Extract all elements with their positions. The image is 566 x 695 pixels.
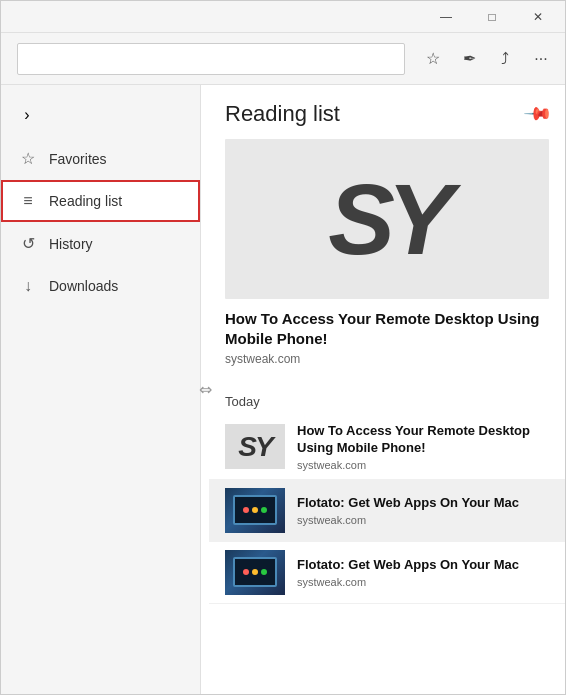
sidebar-item-reading-list[interactable]: ≡ Reading list xyxy=(1,180,200,222)
sidebar-item-label-downloads: Downloads xyxy=(49,278,118,294)
hero-image: SY xyxy=(225,139,549,299)
pin-icon[interactable]: 📌 xyxy=(522,98,553,129)
title-bar: — □ ✕ xyxy=(1,1,565,33)
section-label-today: Today xyxy=(209,386,565,415)
flotato-thumb-3 xyxy=(225,550,285,595)
download-icon: ↓ xyxy=(19,277,37,295)
history-icon: ↺ xyxy=(19,234,37,253)
dot-green xyxy=(261,507,267,513)
sidebar: › ☆ Favorites ≡ Reading list ↺ History ↓… xyxy=(1,85,201,694)
resize-icon: ⇔ xyxy=(199,380,212,399)
reading-list-title: Reading list xyxy=(225,101,340,127)
chevron-right-icon: › xyxy=(24,106,29,124)
hero-content: How To Access Your Remote Desktop Using … xyxy=(225,299,549,370)
dot-red xyxy=(243,507,249,513)
article-domain-1: systweak.com xyxy=(297,459,549,471)
article-item-2[interactable]: Flotato: Get Web Apps On Your Mac systwe… xyxy=(209,480,565,542)
article-thumb-1: SY xyxy=(225,424,285,469)
address-bar[interactable] xyxy=(17,43,405,75)
favorites-toolbar-icon[interactable]: ☆ xyxy=(417,43,449,75)
sidebar-item-history[interactable]: ↺ History xyxy=(1,222,200,265)
reading-list-icon: ≡ xyxy=(19,192,37,210)
hero-domain: systweak.com xyxy=(225,352,549,366)
resize-handle[interactable]: ⇔ xyxy=(201,85,209,694)
reading-list-panel: Reading list 📌 SY How To Access Your Rem… xyxy=(209,85,565,694)
sidebar-toggle[interactable]: › xyxy=(9,97,45,133)
article-item-1[interactable]: SY How To Access Your Remote Desktop Usi… xyxy=(209,415,565,480)
sidebar-item-downloads[interactable]: ↓ Downloads xyxy=(1,265,200,307)
sidebar-item-label-reading-list: Reading list xyxy=(49,193,122,209)
article-info-3: Flotato: Get Web Apps On Your Mac systwe… xyxy=(297,557,549,588)
article-domain-2: systweak.com xyxy=(297,514,549,526)
sidebar-item-label-favorites: Favorites xyxy=(49,151,107,167)
close-button[interactable]: ✕ xyxy=(515,1,561,33)
browser-window: — □ ✕ ☆ ✒ ⤴ ··· › ☆ Favorites ≡ Reading … xyxy=(0,0,566,695)
flotato-screen-3 xyxy=(233,557,277,587)
hero-article[interactable]: SY How To Access Your Remote Desktop Usi… xyxy=(225,139,549,370)
reading-list-header: Reading list 📌 xyxy=(209,85,565,139)
article-thumb-3 xyxy=(225,550,285,595)
sy-thumb-1: SY xyxy=(238,431,271,463)
minimize-button[interactable]: — xyxy=(423,1,469,33)
flotato-screen xyxy=(233,495,277,525)
sidebar-item-label-history: History xyxy=(49,236,93,252)
flotato-dots xyxy=(243,507,267,513)
dot-red-3 xyxy=(243,569,249,575)
article-info-1: How To Access Your Remote Desktop Using … xyxy=(297,423,549,471)
maximize-button[interactable]: □ xyxy=(469,1,515,33)
more-toolbar-icon[interactable]: ··· xyxy=(525,43,557,75)
window-controls: — □ ✕ xyxy=(423,1,561,33)
sidebar-item-favorites[interactable]: ☆ Favorites xyxy=(1,137,200,180)
star-icon: ☆ xyxy=(19,149,37,168)
dot-green-3 xyxy=(261,569,267,575)
article-title-3: Flotato: Get Web Apps On Your Mac xyxy=(297,557,549,574)
article-domain-3: systweak.com xyxy=(297,576,549,588)
sy-logo: SY xyxy=(328,162,445,277)
dot-yellow xyxy=(252,507,258,513)
main-content: › ☆ Favorites ≡ Reading list ↺ History ↓… xyxy=(1,85,565,694)
notes-toolbar-icon[interactable]: ✒ xyxy=(453,43,485,75)
hero-title: How To Access Your Remote Desktop Using … xyxy=(225,309,549,348)
flotato-thumb-2 xyxy=(225,488,285,533)
article-info-2: Flotato: Get Web Apps On Your Mac systwe… xyxy=(297,495,549,526)
flotato-dots-3 xyxy=(243,569,267,575)
dot-yellow-3 xyxy=(252,569,258,575)
article-title-2: Flotato: Get Web Apps On Your Mac xyxy=(297,495,549,512)
share-toolbar-icon[interactable]: ⤴ xyxy=(489,43,521,75)
article-title-1: How To Access Your Remote Desktop Using … xyxy=(297,423,549,457)
article-thumb-2 xyxy=(225,488,285,533)
toolbar: ☆ ✒ ⤴ ··· xyxy=(1,33,565,85)
article-item-3[interactable]: Flotato: Get Web Apps On Your Mac systwe… xyxy=(209,542,565,604)
